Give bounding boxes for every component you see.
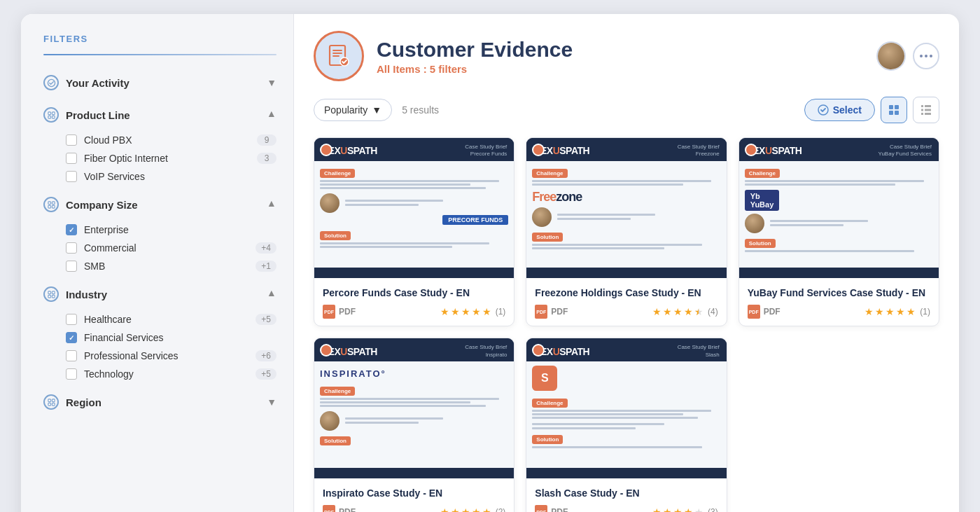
product-line-chevron: ▼ (267, 109, 276, 120)
pdf-icon-5: PDF (535, 505, 547, 512)
card-inspirato[interactable]: NEXUSPATH Case Study BriefInspirato INSP… (314, 338, 514, 512)
commercial-checkbox[interactable] (66, 242, 77, 254)
card-type-1: PDF PDF (323, 305, 356, 319)
card-type-5: PDF PDF (535, 505, 568, 512)
cloud-pbx-checkbox[interactable] (66, 134, 77, 146)
filter-section-region: Region ▼ (43, 387, 276, 415)
stars-1: ★ ★ ★ ★ ★ (1) (440, 306, 506, 317)
professional-services-checkbox[interactable] (66, 350, 77, 361)
svg-rect-12 (52, 295, 55, 298)
smb-checkbox[interactable] (66, 261, 77, 272)
fiber-optic-checkbox[interactable] (66, 153, 77, 164)
avatar[interactable] (876, 41, 906, 71)
brief-label-3: Case Study BriefYuBay Fund Services (878, 144, 932, 158)
sidebar: FILTERS Your Activity ▼ (21, 14, 294, 512)
card-title-3: YuBay Fund Services Case Study - EN (748, 286, 930, 299)
card-type-2: PDF PDF (535, 305, 568, 319)
voip-checkbox[interactable] (66, 171, 77, 182)
select-button[interactable]: Select (804, 99, 875, 121)
pdf-icon-1: PDF (323, 305, 335, 319)
svg-rect-32 (925, 113, 931, 115)
stars-3: ★ ★ ★ ★ ★ (1) (864, 306, 930, 317)
industry-label: Industry (66, 289, 107, 300)
svg-rect-25 (889, 111, 893, 115)
industry-items: Healthcare +5 Financial Services Profess… (43, 310, 276, 383)
svg-rect-15 (48, 403, 50, 406)
results-count: 5 results (402, 104, 439, 116)
svg-rect-1 (48, 111, 50, 114)
filter-section-header-region[interactable]: Region ▼ (43, 387, 276, 415)
more-options-button[interactable] (913, 43, 939, 69)
card-footer-2: PDF PDF ★ ★ ★ ★ ★ ★ (4) (535, 305, 718, 319)
pdf-icon-4: PDF (323, 505, 335, 512)
svg-rect-2 (52, 111, 55, 114)
technology-checkbox[interactable] (66, 368, 77, 380)
filters-divider (43, 54, 276, 55)
filter-section-your-activity: Your Activity ▼ (43, 68, 276, 96)
company-size-items: Enterprise Commercial +4 SMB +1 (43, 221, 276, 275)
filter-item-professional-services: Professional Services +6 (66, 347, 276, 365)
enterprise-checkbox[interactable] (66, 224, 77, 235)
your-activity-chevron: ▼ (267, 77, 276, 88)
svg-rect-11 (48, 295, 50, 298)
product-line-icon (43, 107, 59, 123)
svg-rect-16 (52, 403, 55, 406)
customer-evidence-icon (314, 31, 364, 81)
filter-section-header-company-size[interactable]: Company Size ▼ (43, 190, 276, 218)
list-view-button[interactable] (913, 97, 939, 123)
stars-4: ★ ★ ★ ★ ★ (2) (440, 506, 506, 512)
pdf-icon-2: PDF (535, 305, 547, 319)
filter-item-technology: Technology +5 (66, 365, 276, 383)
grid-view-button[interactable] (881, 97, 907, 123)
filter-section-header-your-activity[interactable]: Your Activity ▼ (43, 68, 276, 96)
svg-rect-6 (52, 201, 55, 204)
enterprise-label: Enterprise (84, 224, 129, 235)
svg-rect-24 (895, 105, 899, 109)
technology-count: +5 (255, 368, 276, 380)
region-chevron: ▼ (267, 396, 276, 408)
card-slash[interactable]: NEXUSPATH Case Study BriefSlash S Challe… (526, 338, 727, 512)
cards-grid: NEXUSPATH Case Study BriefPrecore Funds … (314, 137, 939, 512)
card-yubay[interactable]: NEXUSPATH Case Study BriefYuBay Fund Ser… (738, 137, 939, 326)
select-label: Select (833, 104, 862, 116)
stars-5: ★ ★ ★ ★ ★ (3) (652, 506, 718, 512)
card-type-3: PDF PDF (748, 305, 780, 319)
filter-item-healthcare: Healthcare +5 (66, 310, 276, 328)
card-precore-funds[interactable]: NEXUSPATH Case Study BriefPrecore Funds … (314, 137, 514, 326)
cloud-pbx-label: Cloud PBX (84, 134, 132, 146)
smb-count: +1 (255, 261, 276, 272)
industry-chevron: ▼ (267, 289, 276, 300)
stars-2: ★ ★ ★ ★ ★ ★ (4) (652, 306, 718, 317)
card-title-5: Slash Case Study - EN (535, 487, 718, 499)
filter-item-financial-services: Financial Services (66, 328, 276, 347)
healthcare-checkbox[interactable] (66, 314, 77, 325)
svg-rect-5 (48, 201, 50, 204)
card-footer-4: PDF PDF ★ ★ ★ ★ ★ (2) (323, 505, 505, 512)
card-freezone[interactable]: NEXUSPATH Case Study BriefFreezone Chall… (526, 137, 727, 326)
brief-label-4: Case Study BriefInspirato (465, 344, 507, 359)
svg-rect-3 (48, 116, 50, 118)
page-subtitle: All Items : 5 filters (377, 63, 573, 75)
smb-label: SMB (84, 261, 105, 272)
sort-button[interactable]: Popularity ▼ (314, 99, 392, 121)
card-type-4: PDF PDF (323, 505, 356, 512)
card-title-1: Percore Funds Case Study - EN (323, 286, 505, 299)
page-title: Customer Evidence (377, 38, 573, 62)
card-thumbnail-2: NEXUSPATH Case Study BriefFreezone Chall… (526, 138, 726, 278)
filter-section-product-line: Product Line ▼ Cloud PBX 9 Fiber Optic I… (43, 100, 276, 186)
filter-section-header-product-line[interactable]: Product Line ▼ (43, 100, 276, 128)
activity-icon (43, 75, 59, 90)
region-icon (43, 394, 59, 410)
professional-services-label: Professional Services (84, 350, 178, 361)
financial-services-checkbox[interactable] (66, 332, 77, 343)
svg-rect-26 (895, 111, 899, 115)
svg-rect-10 (52, 291, 55, 293)
filter-item-commercial: Commercial +4 (66, 239, 276, 257)
card-select-dot-1 (320, 144, 332, 156)
svg-rect-23 (889, 105, 893, 109)
industry-icon (43, 286, 59, 302)
filter-section-header-industry[interactable]: Industry ▼ (43, 279, 276, 307)
filter-section-industry: Industry ▼ Healthcare +5 Financial Servi… (43, 279, 276, 383)
voip-label: VoIP Services (84, 171, 145, 182)
brief-label-5: Case Study BriefSlash (678, 344, 720, 359)
